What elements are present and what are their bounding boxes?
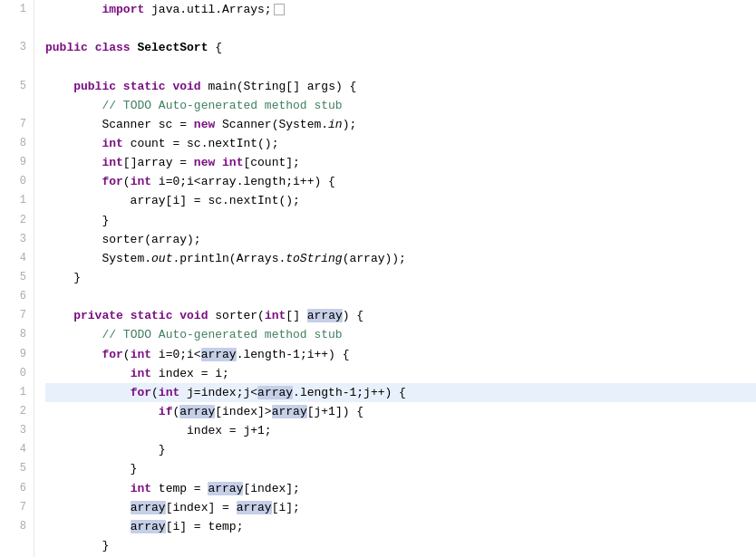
ln-15: 5 [4,268,26,287]
ln-29 [4,536,26,555]
ln-25: 5 [4,459,26,478]
ln-19: 9 [4,345,26,364]
ln-20: 0 [4,364,26,383]
ln-17: 7 [4,306,26,325]
code-line-26: int temp = array[index]; [45,479,756,498]
ln-2 [4,19,26,38]
ln-6 [4,96,26,115]
code-line-14: System.out.println(Arrays.toString(array… [45,249,756,268]
ln-12: 2 [4,211,26,230]
code-line-24: } [45,440,756,459]
code-line-21: for(int j=index;j<array.length-1;j++) { [45,383,756,402]
code-line-23: index = j+1; [45,421,756,440]
code-content: import java.util.Arrays; public class Se… [34,0,756,557]
code-line-15: } [45,268,756,287]
ln-13: 3 [4,230,26,249]
code-line-28: array[i] = temp; [45,517,756,536]
code-line-18: // TODO Auto-generated method stub [45,325,756,344]
ln-24: 4 [4,440,26,459]
ln-26: 6 [4,479,26,498]
ln-1: 1 [4,0,26,19]
ln-8: 8 [4,134,26,153]
code-line-29: } [45,536,756,555]
code-editor: 1 3 5 7 8 9 0 1 2 3 4 5 6 7 8 9 0 1 2 3 … [0,0,756,557]
code-line-12: } [45,211,756,230]
ln-16: 6 [4,287,26,306]
code-line-22: if(array[index]>array[j+1]) { [45,402,756,421]
code-line-27: array[index] = array[i]; [45,498,756,517]
ln-9: 9 [4,153,26,172]
code-line-7: Scanner sc = new Scanner(System.in); [45,115,756,134]
ln-28: 8 [4,517,26,536]
code-line-16 [45,287,756,306]
ln-11: 1 [4,191,26,210]
code-line-19: for(int i=0;i<array.length-1;i++) { [45,345,756,364]
ln-3: 3 [4,38,26,57]
code-line-6: // TODO Auto-generated method stub [45,96,756,115]
ln-14: 4 [4,249,26,268]
code-line-10: for(int i=0;i<array.length;i++) { [45,172,756,191]
ln-23: 3 [4,421,26,440]
ln-18: 8 [4,325,26,344]
ln-10: 0 [4,172,26,191]
code-line-17: private static void sorter(int[] array) … [45,306,756,325]
code-line-8: int count = sc.nextInt(); [45,134,756,153]
code-line-20: int index = i; [45,364,756,383]
line-numbers: 1 3 5 7 8 9 0 1 2 3 4 5 6 7 8 9 0 1 2 3 … [0,0,34,557]
ln-22: 2 [4,402,26,421]
ln-4 [4,57,26,76]
code-line-13: sorter(array); [45,230,756,249]
code-line-11: array[i] = sc.nextInt(); [45,191,756,210]
code-line-5: public static void main(String[] args) { [45,77,756,96]
ln-21: 1 [4,383,26,402]
code-line-1: import java.util.Arrays; [45,0,756,19]
ln-27: 7 [4,498,26,517]
code-line-2 [45,19,756,38]
ln-5: 5 [4,77,26,96]
ln-7: 7 [4,115,26,134]
code-line-4 [45,57,756,76]
code-line-3: public class SelectSort { [45,38,756,57]
code-line-25: } [45,459,756,478]
code-line-9: int[]array = new int[count]; [45,153,756,172]
